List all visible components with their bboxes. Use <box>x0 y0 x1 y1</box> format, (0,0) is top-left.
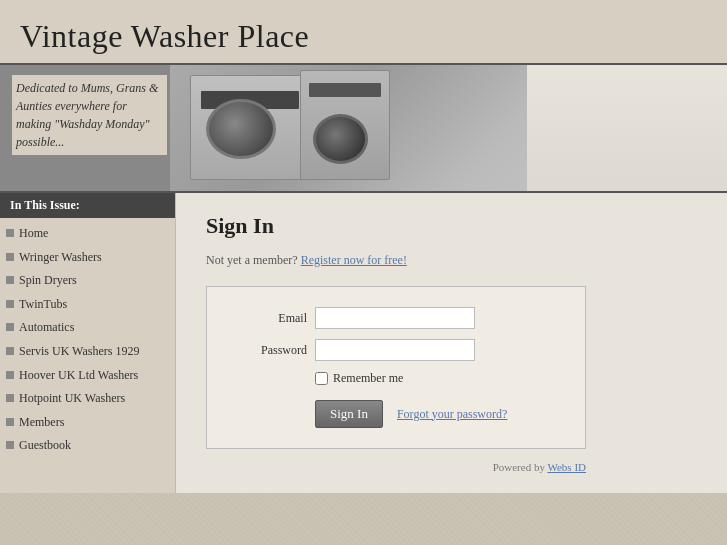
sidebar-item-automatics[interactable]: Automatics <box>0 316 175 340</box>
bullet-icon <box>6 371 14 379</box>
banner-tagline: Dedicated to Mums, Grans & Aunties every… <box>12 75 167 155</box>
bullet-icon <box>6 229 14 237</box>
password-field[interactable] <box>315 339 475 361</box>
sidebar-item-hotpoint[interactable]: Hotpoint UK Washers <box>0 387 175 411</box>
sidebar-link-hoover[interactable]: Hoover UK Ltd Washers <box>19 368 138 384</box>
sidebar-link-members[interactable]: Members <box>19 415 64 431</box>
password-label: Password <box>237 343 307 358</box>
password-row: Password <box>237 339 555 361</box>
login-box: Email Password Remember me Sign In Forgo… <box>206 286 586 449</box>
sign-in-title: Sign In <box>206 213 697 239</box>
forgot-password-link[interactable]: Forgot your password? <box>397 407 507 422</box>
not-member-text: Not yet a member? Register now for free! <box>206 253 697 268</box>
remember-me-label: Remember me <box>333 371 403 386</box>
sidebar: In This Issue: Home Wringer Washers Spin… <box>0 193 175 493</box>
remember-me-row: Remember me <box>315 371 555 386</box>
sidebar-item-members[interactable]: Members <box>0 411 175 435</box>
bullet-icon <box>6 253 14 261</box>
sidebar-item-wringer[interactable]: Wringer Washers <box>0 246 175 270</box>
sidebar-link-twintubs[interactable]: TwinTubs <box>19 297 67 313</box>
sidebar-link-home[interactable]: Home <box>19 226 48 242</box>
sidebar-nav: Home Wringer Washers Spin Dryers TwinTub… <box>0 222 175 458</box>
bullet-icon <box>6 300 14 308</box>
bullet-icon <box>6 441 14 449</box>
banner-image <box>170 65 727 191</box>
main-content: Sign In Not yet a member? Register now f… <box>175 193 727 493</box>
sidebar-link-guestbook[interactable]: Guestbook <box>19 438 71 454</box>
sidebar-link-hotpoint[interactable]: Hotpoint UK Washers <box>19 391 125 407</box>
email-row: Email <box>237 307 555 329</box>
sidebar-heading: In This Issue: <box>0 193 175 218</box>
sidebar-item-guestbook[interactable]: Guestbook <box>0 434 175 458</box>
sidebar-item-spin[interactable]: Spin Dryers <box>0 269 175 293</box>
webs-id-link[interactable]: Webs ID <box>547 461 586 473</box>
email-label: Email <box>237 311 307 326</box>
site-title: Vintage Washer Place <box>20 18 707 55</box>
sidebar-link-wringer[interactable]: Wringer Washers <box>19 250 102 266</box>
bullet-icon <box>6 394 14 402</box>
sidebar-item-twintubs[interactable]: TwinTubs <box>0 293 175 317</box>
bullet-icon <box>6 276 14 284</box>
email-field[interactable] <box>315 307 475 329</box>
powered-by: Powered by Webs ID <box>206 461 586 473</box>
bullet-icon <box>6 418 14 426</box>
sidebar-link-servis[interactable]: Servis UK Washers 1929 <box>19 344 139 360</box>
button-row: Sign In Forgot your password? <box>315 400 555 428</box>
sidebar-item-servis[interactable]: Servis UK Washers 1929 <box>0 340 175 364</box>
banner: Dedicated to Mums, Grans & Aunties every… <box>0 63 727 193</box>
sidebar-item-hoover[interactable]: Hoover UK Ltd Washers <box>0 364 175 388</box>
sidebar-link-automatics[interactable]: Automatics <box>19 320 74 336</box>
register-link[interactable]: Register now for free! <box>301 253 407 267</box>
sidebar-item-home[interactable]: Home <box>0 222 175 246</box>
sign-in-button[interactable]: Sign In <box>315 400 383 428</box>
remember-me-checkbox[interactable] <box>315 372 328 385</box>
bullet-icon <box>6 323 14 331</box>
sidebar-link-spin[interactable]: Spin Dryers <box>19 273 77 289</box>
bullet-icon <box>6 347 14 355</box>
